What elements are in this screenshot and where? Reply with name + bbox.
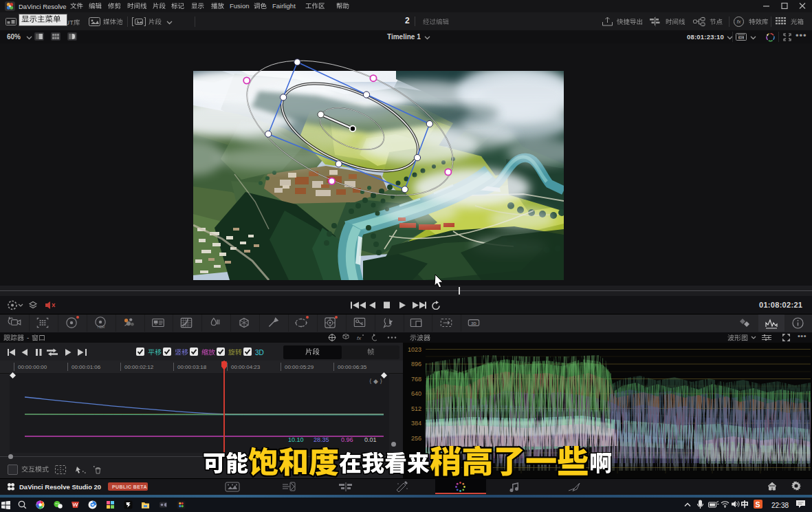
- svg-text:3D: 3D: [471, 321, 476, 326]
- svg-text:fx: fx: [736, 19, 741, 25]
- svg-text:896: 896: [411, 361, 421, 367]
- svg-text:640: 640: [411, 390, 421, 397]
- svg-text:HQ: HQ: [739, 36, 743, 39]
- svg-text:fx: fx: [357, 335, 362, 341]
- svg-text:HDR: HDR: [98, 326, 105, 329]
- svg-text:512: 512: [411, 405, 421, 412]
- svg-text:256: 256: [411, 435, 421, 442]
- svg-text:768: 768: [411, 376, 421, 383]
- svg-text:1023: 1023: [408, 346, 421, 353]
- svg-text:384: 384: [411, 420, 421, 427]
